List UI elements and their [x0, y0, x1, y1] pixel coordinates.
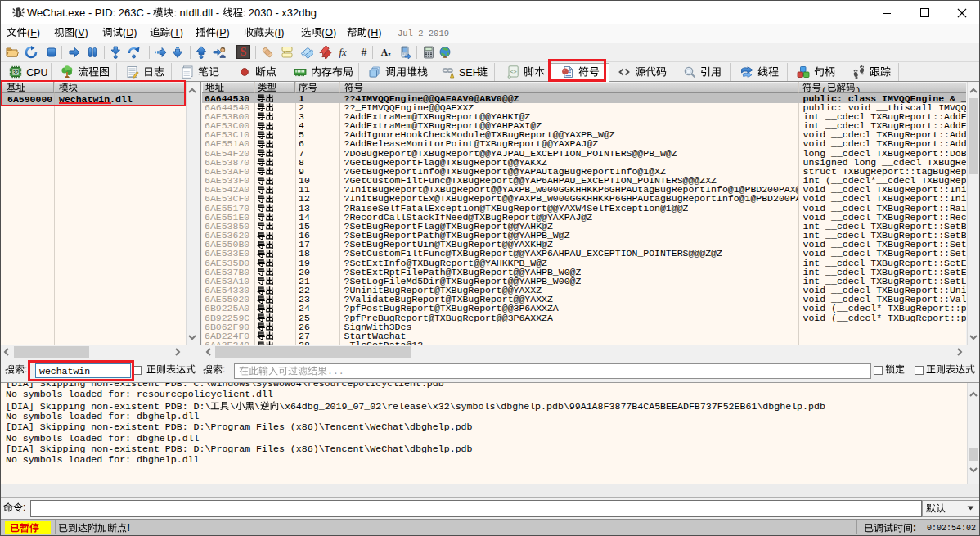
svg-text:<>: <>: [510, 69, 516, 74]
svg-text:fx: fx: [339, 47, 346, 58]
svg-text:#: #: [362, 47, 367, 59]
svg-text:S: S: [241, 46, 247, 58]
svg-text:z: z: [388, 51, 391, 58]
svg-text:32: 32: [13, 70, 20, 75]
